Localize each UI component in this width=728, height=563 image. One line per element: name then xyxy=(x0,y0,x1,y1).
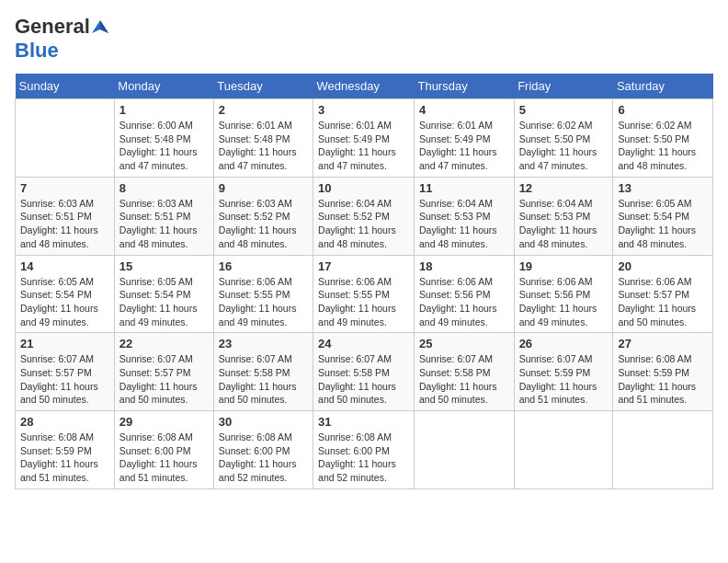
day-number: 11 xyxy=(419,181,509,195)
day-number: 24 xyxy=(318,337,409,350)
logo-general-text: General xyxy=(15,15,90,39)
day-cell: 8Sunrise: 6:03 AMSunset: 5:51 PMDaylight… xyxy=(114,177,213,255)
day-number: 7 xyxy=(20,181,109,195)
day-number: 18 xyxy=(419,259,509,273)
day-cell: 24Sunrise: 6:07 AMSunset: 5:58 PMDayligh… xyxy=(313,333,415,411)
day-cell xyxy=(514,411,613,489)
day-cell: 23Sunrise: 6:07 AMSunset: 5:58 PMDayligh… xyxy=(213,333,313,411)
day-info: Sunrise: 6:04 AMSunset: 5:53 PMDaylight:… xyxy=(419,197,509,251)
day-cell: 10Sunrise: 6:04 AMSunset: 5:52 PMDayligh… xyxy=(313,177,415,255)
day-number: 1 xyxy=(119,103,209,117)
day-number: 20 xyxy=(618,259,708,273)
header-cell-thursday: Thursday xyxy=(414,74,514,99)
week-row-1: 1Sunrise: 6:00 AMSunset: 5:48 PMDaylight… xyxy=(16,99,713,178)
day-number: 15 xyxy=(119,259,209,273)
day-cell: 21Sunrise: 6:07 AMSunset: 5:57 PMDayligh… xyxy=(16,333,115,411)
day-info: Sunrise: 6:05 AMSunset: 5:54 PMDaylight:… xyxy=(20,275,109,329)
day-number: 27 xyxy=(618,337,708,350)
day-cell: 4Sunrise: 6:01 AMSunset: 5:49 PMDaylight… xyxy=(414,99,514,178)
week-row-2: 7Sunrise: 6:03 AMSunset: 5:51 PMDaylight… xyxy=(16,177,713,255)
day-info: Sunrise: 6:02 AMSunset: 5:50 PMDaylight:… xyxy=(519,119,609,173)
logo-blue-text: Blue xyxy=(15,39,59,62)
day-info: Sunrise: 6:04 AMSunset: 5:53 PMDaylight:… xyxy=(519,197,609,251)
day-cell: 25Sunrise: 6:07 AMSunset: 5:58 PMDayligh… xyxy=(414,333,514,411)
week-row-4: 21Sunrise: 6:07 AMSunset: 5:57 PMDayligh… xyxy=(16,333,713,411)
day-cell: 28Sunrise: 6:08 AMSunset: 5:59 PMDayligh… xyxy=(16,411,115,489)
day-number: 16 xyxy=(219,259,308,273)
day-info: Sunrise: 6:07 AMSunset: 5:58 PMDaylight:… xyxy=(419,352,509,407)
day-info: Sunrise: 6:03 AMSunset: 5:52 PMDaylight:… xyxy=(219,197,308,251)
week-row-3: 14Sunrise: 6:05 AMSunset: 5:54 PMDayligh… xyxy=(16,255,713,333)
day-cell: 27Sunrise: 6:08 AMSunset: 5:59 PMDayligh… xyxy=(613,333,713,411)
day-info: Sunrise: 6:08 AMSunset: 5:59 PMDaylight:… xyxy=(618,352,708,407)
calendar-table: SundayMondayTuesdayWednesdayThursdayFrid… xyxy=(15,74,713,489)
day-cell: 17Sunrise: 6:06 AMSunset: 5:55 PMDayligh… xyxy=(313,255,415,333)
day-number: 21 xyxy=(20,337,109,350)
day-info: Sunrise: 6:06 AMSunset: 5:56 PMDaylight:… xyxy=(519,275,609,329)
day-number: 12 xyxy=(519,181,609,195)
day-info: Sunrise: 6:08 AMSunset: 6:00 PMDaylight:… xyxy=(119,431,209,485)
day-info: Sunrise: 6:06 AMSunset: 5:57 PMDaylight:… xyxy=(618,275,708,329)
day-cell: 31Sunrise: 6:08 AMSunset: 6:00 PMDayligh… xyxy=(313,411,415,489)
day-info: Sunrise: 6:05 AMSunset: 5:54 PMDaylight:… xyxy=(119,275,209,329)
day-number: 22 xyxy=(119,337,209,350)
day-info: Sunrise: 6:03 AMSunset: 5:51 PMDaylight:… xyxy=(20,197,109,251)
day-info: Sunrise: 6:06 AMSunset: 5:55 PMDaylight:… xyxy=(219,275,308,329)
day-cell: 15Sunrise: 6:05 AMSunset: 5:54 PMDayligh… xyxy=(114,255,213,333)
day-cell: 2Sunrise: 6:01 AMSunset: 5:48 PMDaylight… xyxy=(213,99,313,178)
header-cell-tuesday: Tuesday xyxy=(213,74,313,99)
day-number: 4 xyxy=(419,103,509,117)
day-info: Sunrise: 6:08 AMSunset: 6:00 PMDaylight:… xyxy=(318,431,409,485)
day-info: Sunrise: 6:07 AMSunset: 5:58 PMDaylight:… xyxy=(219,352,308,407)
header-cell-friday: Friday xyxy=(514,74,613,99)
day-cell: 9Sunrise: 6:03 AMSunset: 5:52 PMDaylight… xyxy=(213,177,313,255)
day-number: 9 xyxy=(219,181,308,195)
day-cell: 6Sunrise: 6:02 AMSunset: 5:50 PMDaylight… xyxy=(613,99,713,178)
day-info: Sunrise: 6:07 AMSunset: 5:57 PMDaylight:… xyxy=(119,352,209,407)
day-cell: 5Sunrise: 6:02 AMSunset: 5:50 PMDaylight… xyxy=(514,99,613,178)
day-number: 26 xyxy=(519,337,609,350)
week-row-5: 28Sunrise: 6:08 AMSunset: 5:59 PMDayligh… xyxy=(16,411,713,489)
day-number: 19 xyxy=(519,259,609,273)
day-number: 17 xyxy=(318,259,409,273)
day-number: 10 xyxy=(318,181,409,195)
day-info: Sunrise: 6:07 AMSunset: 5:59 PMDaylight:… xyxy=(519,352,609,407)
day-number: 3 xyxy=(318,103,409,117)
calendar-header: SundayMondayTuesdayWednesdayThursdayFrid… xyxy=(16,74,713,99)
day-info: Sunrise: 6:05 AMSunset: 5:54 PMDaylight:… xyxy=(618,197,708,251)
day-number: 28 xyxy=(20,415,109,429)
day-cell: 11Sunrise: 6:04 AMSunset: 5:53 PMDayligh… xyxy=(414,177,514,255)
day-info: Sunrise: 6:06 AMSunset: 5:56 PMDaylight:… xyxy=(419,275,509,329)
day-info: Sunrise: 6:00 AMSunset: 5:48 PMDaylight:… xyxy=(119,119,209,173)
day-number: 23 xyxy=(219,337,308,350)
day-info: Sunrise: 6:04 AMSunset: 5:52 PMDaylight:… xyxy=(318,197,409,251)
day-number: 2 xyxy=(219,103,308,117)
day-number: 6 xyxy=(618,103,708,117)
svg-marker-1 xyxy=(100,20,108,33)
day-number: 31 xyxy=(318,415,409,429)
day-cell: 1Sunrise: 6:00 AMSunset: 5:48 PMDaylight… xyxy=(114,99,213,178)
header-cell-monday: Monday xyxy=(114,74,213,99)
day-cell: 12Sunrise: 6:04 AMSunset: 5:53 PMDayligh… xyxy=(514,177,613,255)
day-cell: 14Sunrise: 6:05 AMSunset: 5:54 PMDayligh… xyxy=(16,255,115,333)
logo-bird-icon xyxy=(92,20,108,33)
day-info: Sunrise: 6:02 AMSunset: 5:50 PMDaylight:… xyxy=(618,119,708,173)
day-info: Sunrise: 6:08 AMSunset: 6:00 PMDaylight:… xyxy=(219,431,308,485)
day-info: Sunrise: 6:06 AMSunset: 5:55 PMDaylight:… xyxy=(318,275,409,329)
day-cell: 26Sunrise: 6:07 AMSunset: 5:59 PMDayligh… xyxy=(514,333,613,411)
day-number: 8 xyxy=(119,181,209,195)
day-number: 14 xyxy=(20,259,109,273)
day-number: 30 xyxy=(219,415,308,429)
day-number: 25 xyxy=(419,337,509,350)
header-cell-wednesday: Wednesday xyxy=(313,74,415,99)
day-info: Sunrise: 6:07 AMSunset: 5:57 PMDaylight:… xyxy=(20,352,109,407)
day-info: Sunrise: 6:01 AMSunset: 5:49 PMDaylight:… xyxy=(318,119,409,173)
day-cell: 7Sunrise: 6:03 AMSunset: 5:51 PMDaylight… xyxy=(16,177,115,255)
header-row: SundayMondayTuesdayWednesdayThursdayFrid… xyxy=(16,74,713,99)
day-cell: 16Sunrise: 6:06 AMSunset: 5:55 PMDayligh… xyxy=(213,255,313,333)
day-cell: 18Sunrise: 6:06 AMSunset: 5:56 PMDayligh… xyxy=(414,255,514,333)
day-cell: 22Sunrise: 6:07 AMSunset: 5:57 PMDayligh… xyxy=(114,333,213,411)
day-cell: 20Sunrise: 6:06 AMSunset: 5:57 PMDayligh… xyxy=(613,255,713,333)
day-cell xyxy=(414,411,514,489)
day-cell: 3Sunrise: 6:01 AMSunset: 5:49 PMDaylight… xyxy=(313,99,415,178)
